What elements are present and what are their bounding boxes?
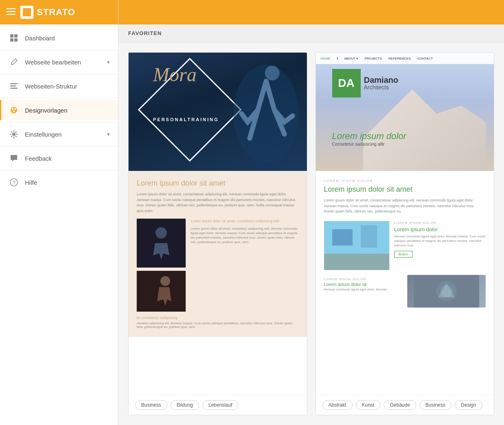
- fitness-tags: Business Bildung Lebenslauf: [129, 395, 307, 415]
- arch-company-name: Damiano: [364, 76, 398, 84]
- tag-bildung[interactable]: Bildung: [171, 400, 199, 410]
- arch-col-heading: Lorem ipsum dolor: [394, 226, 486, 232]
- arch-nav-projects[interactable]: PROJECTS: [364, 57, 382, 60]
- svg-text:?: ?: [13, 180, 16, 186]
- arch-bottom-img-col: [407, 275, 486, 308]
- tag-business[interactable]: Business: [135, 400, 167, 410]
- sidebar-item-hilfe[interactable]: ? Hilfe: [0, 172, 118, 193]
- fitness-bottom-text: nectetur adipiscing elit. Aenean massa. …: [137, 321, 299, 329]
- hamburger-icon[interactable]: [7, 7, 16, 18]
- section-title: FAVORITEN: [128, 30, 162, 36]
- tag-abstrakt[interactable]: Abstrakt: [322, 400, 353, 410]
- template-card-architects[interactable]: HOME ABOUT ▾ PROJECTS REFERENCES CONTACT…: [315, 52, 495, 415]
- sidebar-item-einstellungen[interactable]: Einstellungen ▾: [0, 124, 118, 144]
- arch-bottom-label: LOREM IPSUM DOLOR: [324, 277, 402, 281]
- svg-rect-25: [332, 229, 353, 246]
- sidebar-item-feedback[interactable]: Feedback: [0, 148, 118, 168]
- tag-design[interactable]: Design: [455, 400, 482, 410]
- gear-icon: [9, 130, 18, 139]
- arch-bottom-text: Aenean commodo ligula eget dolor. Aenean: [324, 288, 402, 291]
- svg-point-21: [155, 227, 167, 239]
- arch-hero-text-block: Lorem ipsum dolor Consetetur sadipscing …: [332, 131, 406, 146]
- arch-hero-sub: Consetetur sadipscing allir: [332, 142, 406, 146]
- fitness-col-text: Lorem ipsum dolor sit amet, consetetur s…: [191, 226, 299, 245]
- fitness-img-2: [137, 271, 186, 312]
- svg-rect-1: [7, 11, 16, 12]
- help-icon: ?: [9, 178, 18, 187]
- arch-col-label: LOREM IPSUM DOLOR: [394, 221, 486, 225]
- fitness-body-heading: Lorem ipsum dolor sit amet: [137, 179, 299, 188]
- arch-logo-letters: DA: [338, 77, 354, 90]
- template-card-fitness[interactable]: Mora PERSONALTRAINING: [128, 52, 307, 415]
- svg-rect-7: [10, 83, 18, 84]
- arch-nav-references[interactable]: REFERENCES: [389, 57, 411, 60]
- arch-logo-overlay: DA Damiano Architects: [332, 69, 398, 97]
- nav-divider: [0, 74, 118, 74]
- svg-point-13: [13, 111, 15, 112]
- svg-rect-8: [10, 86, 16, 87]
- svg-rect-9: [10, 88, 18, 89]
- tag-kunst[interactable]: Kunst: [356, 400, 381, 410]
- sidebar-item-webseiten-struktur[interactable]: Webseiten-Struktur: [0, 76, 118, 96]
- tag-business-arch[interactable]: Business: [420, 400, 452, 410]
- section-bar: FAVORITEN: [118, 24, 504, 42]
- svg-point-11: [12, 108, 13, 110]
- nav-divider: [0, 122, 118, 122]
- arch-company-sub: Architects: [364, 84, 398, 91]
- arch-img-1: [324, 221, 389, 270]
- sidebar-item-designvorlagen[interactable]: Designvorlagen: [0, 100, 118, 120]
- sidebar-item-label: Dashboard: [25, 35, 55, 42]
- sidebar-item-webseite-bearbeiten[interactable]: Webseite bearbeiten ▾: [0, 52, 118, 72]
- main-content: FAVORITEN Mora PERSONALTRAINING: [118, 0, 504, 425]
- arch-row: LOREM IPSUM DOLOR Lorem ipsum dolor Aene…: [324, 221, 486, 270]
- svg-point-14: [13, 133, 15, 135]
- arch-nav: HOME ABOUT ▾ PROJECTS REFERENCES CONTACT: [316, 53, 494, 64]
- svg-rect-3: [10, 34, 13, 38]
- runner-figure: [225, 57, 307, 171]
- arch-nav-about[interactable]: ABOUT ▾: [344, 57, 358, 60]
- sidebar-item-label: Hilfe: [25, 179, 37, 186]
- arch-hero: HOME ABOUT ▾ PROJECTS REFERENCES CONTACT…: [316, 53, 494, 171]
- fitness-text-overlay: Mora PERSONALTRAINING: [153, 65, 219, 122]
- template-preview-fitness: Mora PERSONALTRAINING: [129, 53, 307, 395]
- arch-text: Lorem ipsum dolor sit amet, consectetuer…: [324, 198, 486, 215]
- sidebar-item-dashboard[interactable]: Dashboard: [0, 28, 118, 48]
- fitness-col-right: Lorem ipsum dolor sit amet, consetetur s…: [191, 219, 299, 312]
- pencil-icon: [9, 58, 18, 66]
- tag-lebenslauf[interactable]: Lebenslauf: [202, 400, 239, 410]
- svg-rect-6: [14, 38, 18, 42]
- svg-rect-4: [14, 34, 18, 38]
- arch-col-button[interactable]: Button: [394, 251, 413, 258]
- sidebar-item-label: Feedback: [25, 155, 52, 162]
- chevron-down-icon: ▾: [107, 59, 110, 65]
- arch-hero-text: Lorem ipsum dolor: [332, 131, 406, 142]
- arch-heading: Lorem ipsum dolor sit amet: [324, 185, 486, 194]
- chevron-down-icon: ▾: [107, 131, 110, 137]
- logo-box: [20, 6, 33, 19]
- svg-rect-2: [7, 14, 16, 15]
- logo-area: STRATO: [20, 6, 75, 19]
- nav-divider: [0, 146, 118, 146]
- fitness-body: Lorem ipsum dolor sit amet Lorem ipsum d…: [129, 171, 307, 337]
- list-icon: [9, 82, 18, 91]
- arch-body: LOREM IPSUM DOLOR Lorem ipsum dolor sit …: [316, 171, 494, 316]
- logo-box-inner: [23, 8, 31, 16]
- fitness-body-text: Lorem ipsum dolor sit amet, consectetuer…: [137, 192, 299, 214]
- fitness-hero: Mora PERSONALTRAINING: [129, 53, 307, 171]
- svg-point-23: [160, 276, 170, 286]
- sidebar-item-label: Einstellungen: [25, 131, 62, 138]
- palette-icon: [9, 106, 18, 115]
- arch-nav-home[interactable]: HOME: [321, 57, 331, 60]
- arch-bottom-img: [407, 275, 486, 308]
- fitness-col-left: [137, 219, 186, 312]
- arch-bottom-heading: Lorem ipsum dolor sit: [324, 282, 402, 287]
- chat-icon: [9, 154, 18, 163]
- fitness-row: Lorem ipsum dolor sit amet, consetetur s…: [137, 219, 299, 312]
- tag-gebaeude[interactable]: Gebäude: [384, 400, 416, 410]
- content-area: Mora PERSONALTRAINING: [118, 42, 504, 425]
- nav-divider: [0, 98, 118, 98]
- main-header: [118, 0, 504, 24]
- arch-nav-contact[interactable]: CONTACT: [417, 57, 433, 60]
- fitness-subtitle-bold: TRAINING: [187, 117, 219, 122]
- fitness-img-1: [137, 219, 186, 268]
